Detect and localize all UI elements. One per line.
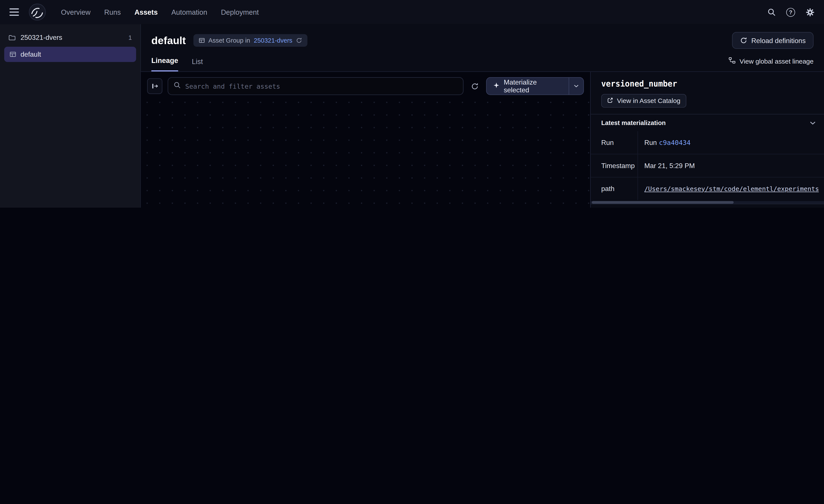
lineage-icon	[728, 57, 736, 66]
materialize-selected-main[interactable]: Materialize selected	[487, 78, 569, 95]
refresh-graph-icon[interactable]	[469, 80, 481, 92]
expand-panel-icon[interactable]	[147, 78, 163, 94]
asset-details-title: versioned_number	[591, 77, 824, 89]
folder-icon	[8, 34, 16, 41]
sidebar-item-label: default	[21, 50, 41, 58]
materialize-options-caret[interactable]	[569, 78, 583, 95]
materialize-selected-button: Materialize selected	[486, 77, 584, 95]
top-nav-links: Overview Runs Assets Automation Deployme…	[61, 8, 259, 16]
path-link[interactable]: /Users/smackesey/stm/code/elementl/exper…	[644, 185, 819, 193]
nav-item-runs[interactable]: Runs	[104, 8, 121, 16]
settings-icon[interactable]	[806, 8, 815, 16]
help-icon[interactable]: ?	[786, 8, 795, 16]
view-global-lineage-link[interactable]: View global asset lineage	[728, 57, 814, 72]
row-label: Run	[591, 131, 638, 154]
page-header: default Asset Group in 250321-dvers	[141, 24, 824, 72]
reload-definitions-button[interactable]: Reload definitions	[732, 32, 813, 49]
row-label: path	[591, 177, 638, 200]
nav-item-automation[interactable]: Automation	[171, 8, 207, 16]
top-nav: Overview Runs Assets Automation Deployme…	[0, 0, 824, 24]
refresh-icon[interactable]	[296, 37, 302, 43]
tabs-bar: Lineage List View global asset lineage	[151, 57, 814, 72]
nav-item-assets[interactable]: Assets	[134, 8, 158, 16]
asset-details-panel: versioned_number View in Asset Catalog L…	[590, 72, 824, 208]
asset-groups-sidebar: 250321-dvers 1 default 250321-dvers	[0, 24, 141, 208]
sparkle-icon	[493, 82, 500, 91]
latest-path-row: path /Users/smackesey/stm/code/elementl/…	[591, 177, 824, 200]
chevron-down-icon	[810, 121, 816, 125]
run-prefix: Run	[644, 139, 657, 146]
view-in-asset-catalog-button[interactable]: View in Asset Catalog	[601, 94, 686, 108]
nav-item-overview[interactable]: Overview	[61, 8, 91, 16]
timestamp-value: Mar 21, 5:29 PM	[644, 162, 695, 169]
horizontal-scrollbar	[591, 201, 824, 204]
run-id-link[interactable]: c9a40434	[659, 139, 691, 146]
asset-group-icon	[198, 37, 205, 43]
section-materialization-tags: Materialization tags code_version v5	[591, 204, 824, 208]
asset-group-badge: Asset Group in 250321-dvers	[193, 34, 308, 47]
sidebar-item-default[interactable]: default	[4, 47, 136, 62]
view-in-asset-catalog-label: View in Asset Catalog	[617, 97, 681, 105]
section-title: Latest materialization	[601, 119, 666, 127]
lineage-graph-canvas[interactable]: Materialize selected	[141, 72, 590, 208]
top-nav-actions: ?	[767, 8, 815, 16]
search-icon	[174, 81, 181, 91]
main-content: default Asset Group in 250321-dvers	[141, 24, 824, 208]
row-label: Timestamp	[591, 154, 638, 177]
reload-definitions-label: Reload definitions	[751, 36, 806, 44]
search-icon[interactable]	[767, 8, 776, 16]
horizontal-scrollbar-thumb[interactable]	[592, 201, 733, 204]
graph-toolbar: Materialize selected	[141, 72, 590, 100]
hamburger-menu-icon[interactable]	[9, 8, 19, 16]
materialize-selected-label: Materialize selected	[504, 78, 562, 94]
section-header-latest-materialization[interactable]: Latest materialization	[591, 114, 824, 131]
badge-prefix: Asset Group in	[208, 37, 250, 44]
asset-group-icon	[9, 51, 16, 58]
tab-lineage[interactable]: Lineage	[151, 57, 178, 72]
nav-item-deployment[interactable]: Deployment	[221, 8, 259, 16]
section-header-materialization-tags[interactable]: Materialization tags	[591, 204, 824, 208]
badge-group-link[interactable]: 250321-dvers	[254, 37, 292, 44]
view-global-lineage-label: View global asset lineage	[740, 57, 814, 65]
app-window: Overview Runs Assets Automation Deployme…	[0, 0, 824, 208]
section-latest-materialization: Latest materialization Run Run c9a40434	[591, 114, 824, 204]
tab-list[interactable]: List	[192, 58, 203, 72]
search-input[interactable]	[185, 82, 457, 90]
latest-timestamp-row: Timestamp Mar 21, 5:29 PM	[591, 154, 824, 177]
latest-run-row: Run Run c9a40434	[591, 131, 824, 154]
dagster-logo[interactable]	[28, 3, 46, 21]
asset-search-box	[168, 77, 463, 95]
sidebar-group-label: 250321-dvers	[21, 33, 62, 41]
page-title: default	[151, 34, 186, 46]
sidebar-group-row[interactable]: 250321-dvers 1	[0, 29, 140, 46]
external-link-icon	[607, 97, 613, 105]
dot-grid-background	[141, 96, 590, 208]
sidebar-group-count: 1	[128, 34, 132, 41]
